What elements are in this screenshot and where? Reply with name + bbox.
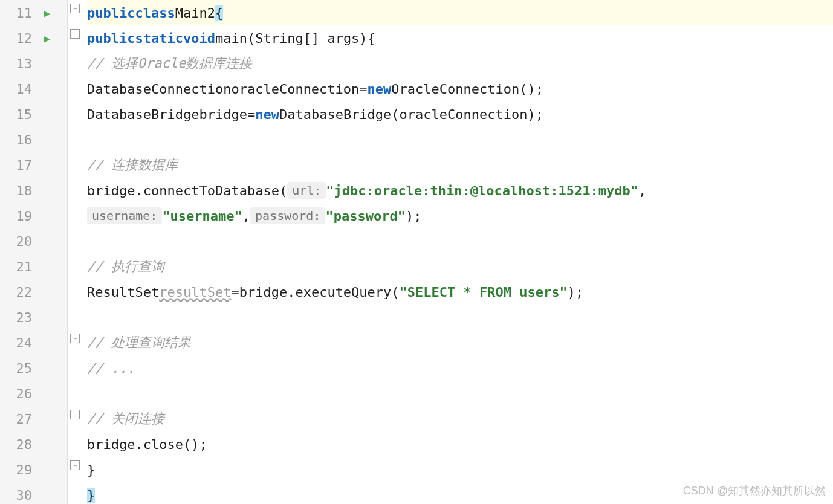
line-number[interactable]: 23: [0, 305, 67, 330]
run-icon[interactable]: ▶: [44, 7, 50, 19]
comment: // ...: [87, 361, 135, 376]
keyword-class: class: [135, 5, 175, 21]
comment: // 处理查询结果: [87, 334, 191, 352]
code-line[interactable]: // 处理查询结果: [87, 330, 833, 355]
line-number[interactable]: 21: [0, 254, 67, 279]
string-literal: "SELECT * FROM users": [400, 285, 568, 300]
line-number[interactable]: 30: [0, 482, 67, 504]
code-line[interactable]: }: [87, 457, 833, 482]
method-call: bridge.connectToDatabase(: [87, 183, 287, 198]
string-literal: "username": [162, 208, 242, 224]
brace-close: }: [87, 488, 95, 503]
param-hint-url: url:: [287, 182, 326, 199]
brace-open: {: [215, 5, 223, 21]
keyword-void: void: [183, 31, 215, 46]
code-line[interactable]: DatabaseBridge bridge = new DatabaseBrid…: [87, 102, 833, 127]
brace-open: {: [368, 31, 375, 46]
code-line[interactable]: bridge.connectToDatabase( url: "jdbc:ora…: [87, 178, 833, 203]
line-number[interactable]: 25: [0, 355, 67, 381]
comment: // 选择Oracle数据库连接: [87, 54, 252, 73]
fold-icon[interactable]: −: [70, 334, 80, 343]
code-line[interactable]: [87, 305, 833, 330]
line-number[interactable]: 18: [0, 178, 67, 203]
line-number[interactable]: 27: [0, 406, 67, 431]
variable-unused: resultSet: [159, 285, 231, 300]
keyword-public: public: [87, 31, 135, 46]
method-name: main: [215, 31, 247, 46]
param-hint-username: username:: [87, 207, 162, 224]
line-number[interactable]: 22: [0, 279, 67, 305]
code-line[interactable]: [87, 127, 833, 152]
line-number[interactable]: 12▶: [0, 25, 67, 51]
code-line[interactable]: DatabaseConnection oracleConnection = ne…: [87, 76, 833, 102]
line-number[interactable]: 11▶: [0, 0, 67, 25]
code-line[interactable]: [87, 381, 833, 406]
line-number[interactable]: 13: [0, 51, 67, 76]
fold-icon[interactable]: −: [70, 4, 80, 13]
comment: // 连接数据库: [87, 156, 178, 174]
keyword-static: static: [135, 31, 183, 46]
string-literal: "jdbc:oracle:thin:@localhost:1521:mydb": [326, 183, 638, 198]
code-line[interactable]: username: "username", password: "passwor…: [87, 203, 833, 228]
code-line[interactable]: [87, 228, 833, 254]
variable: oracleConnection: [231, 82, 359, 97]
fold-icon[interactable]: −: [70, 410, 80, 419]
run-icon[interactable]: ▶: [44, 32, 50, 45]
code-line[interactable]: bridge.close();: [87, 431, 833, 457]
code-line[interactable]: public static void main(String[] args) {: [87, 25, 833, 51]
param-hint-password: password:: [250, 207, 325, 224]
line-number[interactable]: 15: [0, 102, 67, 127]
keyword-new: new: [368, 82, 392, 97]
code-line[interactable]: // 执行查询: [87, 254, 833, 279]
code-line[interactable]: // ...: [87, 355, 833, 381]
line-number[interactable]: 28: [0, 431, 67, 457]
fold-icon[interactable]: −: [70, 29, 80, 39]
fold-icon[interactable]: −: [70, 460, 80, 470]
line-number[interactable]: 20: [0, 228, 67, 254]
line-number[interactable]: 29: [0, 457, 67, 482]
string-literal: "password": [325, 208, 405, 224]
comment: // 执行查询: [87, 257, 164, 276]
code-line[interactable]: // 选择Oracle数据库连接: [87, 51, 833, 76]
line-number[interactable]: 16: [0, 127, 67, 152]
method-call: bridge.executeQuery(: [239, 285, 400, 300]
line-number-gutter: 11▶ 12▶ 13 14 15 16 17 18 19 20 21 22 23…: [0, 0, 68, 504]
method-params: (String[] args): [247, 31, 368, 46]
code-line[interactable]: ResultSet resultSet = bridge.executeQuer…: [87, 279, 833, 305]
code-editor[interactable]: public class Main2 { public static void …: [87, 0, 833, 504]
code-line[interactable]: // 关闭连接: [87, 406, 833, 431]
variable: bridge: [199, 107, 247, 122]
constructor-call: OracleConnection(): [391, 82, 535, 97]
keyword-public: public: [87, 5, 135, 21]
line-number[interactable]: 14: [0, 76, 67, 102]
class-name: Main2: [175, 5, 215, 21]
line-number[interactable]: 24: [0, 330, 67, 355]
line-number[interactable]: 19: [0, 203, 67, 228]
method-call: bridge.close();: [87, 437, 207, 452]
type-name: DatabaseConnection: [87, 82, 231, 97]
type-name: ResultSet: [87, 285, 159, 300]
keyword-new: new: [255, 107, 279, 122]
watermark: CSDN @知其然亦知其所以然: [683, 483, 826, 498]
constructor-call: DatabaseBridge(oracleConnection): [279, 107, 536, 122]
code-line[interactable]: // 连接数据库: [87, 152, 833, 178]
fold-column: − − − − −: [68, 0, 87, 504]
comment: // 关闭连接: [87, 410, 164, 428]
code-line[interactable]: public class Main2 {: [87, 0, 833, 25]
line-number[interactable]: 26: [0, 381, 67, 406]
brace-close: }: [87, 462, 95, 477]
line-number[interactable]: 17: [0, 152, 67, 178]
type-name: DatabaseBridge: [87, 107, 199, 122]
